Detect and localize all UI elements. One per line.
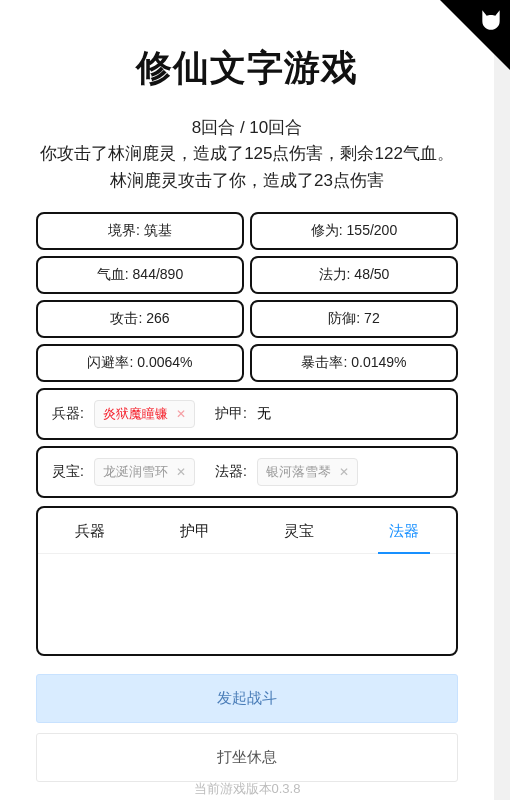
weapon-label: 兵器:	[52, 405, 84, 423]
equip-trinket-artifact: 灵宝: 龙涎润雪环 ✕ 法器: 银河落雪琴 ✕	[36, 446, 458, 498]
stat-defense: 防御: 72	[250, 300, 458, 338]
armor-value: 无	[257, 405, 271, 423]
artifact-label: 法器:	[215, 463, 247, 481]
battle-line-enemy: 林涧鹿灵攻击了你，造成了23点伤害	[36, 168, 458, 194]
stats-grid: 境界: 筑基 修为: 155/200 气血: 844/890 法力: 48/50…	[36, 212, 458, 498]
stat-crit: 暴击率: 0.0149%	[250, 344, 458, 382]
inventory-content	[38, 554, 456, 644]
stat-mp: 法力: 48/50	[250, 256, 458, 294]
battle-line-player: 你攻击了林涧鹿灵，造成了125点伤害，剩余122气血。	[36, 141, 458, 167]
trinket-label: 灵宝:	[52, 463, 84, 481]
cat-icon	[478, 6, 504, 36]
equip-weapon-armor: 兵器: 炎狱魔瞳镰 ✕ 护甲: 无	[36, 388, 458, 440]
tab-trinket[interactable]: 灵宝	[247, 508, 352, 553]
stat-realm: 境界: 筑基	[36, 212, 244, 250]
close-icon[interactable]: ✕	[176, 407, 186, 421]
round-counter: 8回合 / 10回合	[36, 115, 458, 141]
stat-dodge: 闪避率: 0.0064%	[36, 344, 244, 382]
page-title: 修仙文字游戏	[36, 44, 458, 93]
inventory-card: 兵器 护甲 灵宝 法器	[36, 506, 458, 656]
stat-cultivation: 修为: 155/200	[250, 212, 458, 250]
armor-label: 护甲:	[215, 405, 247, 423]
close-icon[interactable]: ✕	[176, 465, 186, 479]
weapon-tag[interactable]: 炎狱魔瞳镰 ✕	[94, 400, 195, 428]
stat-attack: 攻击: 266	[36, 300, 244, 338]
scrollbar-track[interactable]	[494, 0, 510, 800]
tab-armor[interactable]: 护甲	[143, 508, 248, 553]
inventory-tabs: 兵器 护甲 灵宝 法器	[38, 508, 456, 554]
artifact-tag[interactable]: 银河落雪琴 ✕	[257, 458, 358, 486]
stat-hp: 气血: 844/890	[36, 256, 244, 294]
close-icon[interactable]: ✕	[339, 465, 349, 479]
battle-log: 8回合 / 10回合 你攻击了林涧鹿灵，造成了125点伤害，剩余122气血。 林…	[36, 115, 458, 194]
tab-artifact[interactable]: 法器	[352, 508, 457, 553]
tab-weapon[interactable]: 兵器	[38, 508, 143, 553]
fight-button[interactable]: 发起战斗	[36, 674, 458, 723]
trinket-tag[interactable]: 龙涎润雪环 ✕	[94, 458, 195, 486]
rest-button[interactable]: 打坐休息	[36, 733, 458, 782]
